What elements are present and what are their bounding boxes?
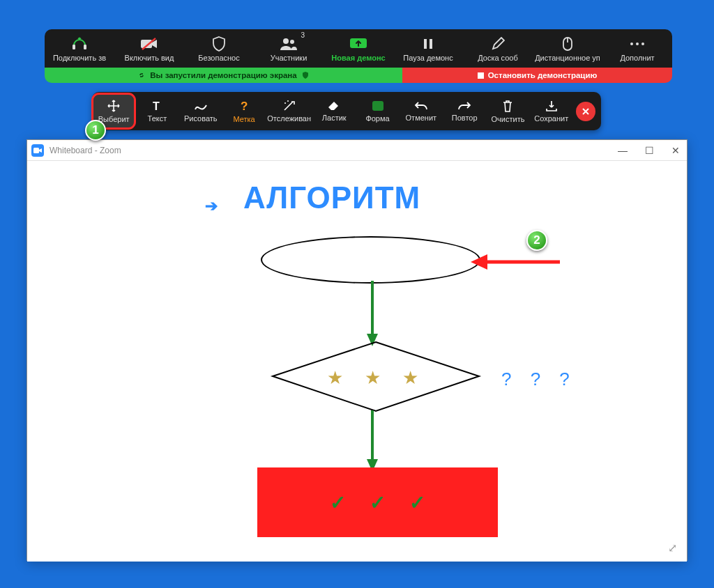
svg-text:?: ? [241, 100, 248, 113]
minimize-button[interactable]: — [616, 145, 630, 156]
flowchart-arrow-1 [365, 281, 379, 346]
join-audio-label: Подключить зв [53, 54, 106, 62]
svg-point-13 [641, 42, 644, 45]
close-annotation-button[interactable] [576, 102, 595, 121]
save-button[interactable]: Сохранит [531, 95, 572, 127]
pause-icon [422, 36, 434, 52]
flowchart-terminator[interactable] [261, 236, 480, 284]
participants-label: Участники [271, 54, 307, 62]
text-tool-label: Текст [148, 114, 167, 123]
stamp-tool-button[interactable]: ? Метка [224, 95, 264, 127]
clear-label: Очистить [492, 115, 525, 123]
join-audio-button[interactable]: Подключить зв [45, 29, 114, 68]
svg-rect-18 [372, 101, 383, 111]
question-marks: ? ? ? [501, 369, 577, 390]
new-share-label: Новая демонс [331, 54, 385, 62]
mouse-icon [562, 36, 573, 52]
svg-point-17 [287, 100, 289, 102]
svg-point-12 [636, 42, 639, 45]
question-icon: ? [238, 99, 250, 113]
flowchart-process[interactable]: ✓ ✓ ✓ [257, 467, 498, 537]
window-titlebar: Whiteboard - Zoom — ☐ ✕ [27, 140, 687, 161]
check-icon: ✓ [330, 491, 346, 514]
remote-control-label: Дистанционное уп [535, 54, 600, 62]
new-share-button[interactable]: Новая демонс [324, 29, 393, 68]
whiteboard-window: Whiteboard - Zoom — ☐ ✕ ➔ АЛГОРИТМ ★ ★ ★… [26, 139, 688, 561]
flowchart-arrow-2 [365, 410, 379, 472]
stop-icon [478, 72, 484, 79]
redo-button[interactable]: Повтор [444, 95, 485, 127]
move-icon [107, 99, 121, 113]
callout-arrow-2 [471, 252, 561, 272]
whiteboard-label: Доска сооб [478, 54, 518, 62]
check-icon: ✓ [409, 491, 425, 514]
security-button[interactable]: Безопаснос [184, 29, 254, 68]
remote-control-button[interactable]: Дистанционное уп [533, 29, 602, 68]
select-tool-label: Выберит [98, 115, 130, 123]
sharing-status-text: Вы запустили демонстрацию экрана [150, 71, 296, 79]
pause-share-button[interactable]: Пауза демонс [393, 29, 463, 68]
pause-share-label: Пауза демонс [403, 54, 453, 62]
stop-share-button[interactable]: Остановить демонстрацию [402, 68, 672, 83]
undo-button[interactable]: Отменит [401, 95, 441, 127]
svg-point-5 [290, 40, 294, 44]
svg-rect-19 [33, 148, 39, 153]
redo-label: Повтор [452, 114, 478, 122]
svg-rect-0 [73, 45, 75, 49]
draw-tool-button[interactable]: Рисовать [181, 95, 221, 127]
whiteboard-button[interactable]: Доска сооб [463, 29, 533, 68]
shield-check-icon [301, 71, 310, 79]
format-icon [371, 100, 385, 112]
share-screen-icon [349, 36, 368, 52]
share-status-bar: Вы запустили демонстрацию экрана Останов… [45, 68, 672, 83]
svg-rect-7 [424, 39, 427, 49]
decision-stars: ★ ★ ★ [327, 367, 427, 389]
title-arrow-icon: ➔ [205, 197, 218, 215]
participants-icon: 3 [280, 36, 298, 52]
more-button[interactable]: Дополнит [602, 29, 672, 68]
window-title: Whiteboard - Zoom [50, 146, 121, 155]
whiteboard-title: АЛГОРИТМ [243, 180, 420, 215]
spotlight-tool-button[interactable]: Отслеживан [267, 95, 311, 127]
maximize-button[interactable]: ☐ [642, 145, 656, 156]
close-icon [582, 107, 590, 116]
svg-rect-1 [84, 45, 86, 49]
clear-button[interactable]: Очистить [487, 95, 528, 127]
trash-icon [501, 99, 514, 113]
format-tool-label: Форма [365, 114, 389, 123]
eraser-tool-button[interactable]: Ластик [314, 95, 354, 127]
save-icon [545, 100, 559, 112]
more-icon [629, 36, 646, 52]
svg-text:T: T [153, 100, 160, 112]
draw-icon [194, 100, 208, 112]
svg-point-16 [284, 102, 286, 104]
headphones-icon [71, 36, 88, 52]
security-label: Безопаснос [198, 54, 239, 62]
format-tool-button[interactable]: Форма [357, 95, 397, 127]
zoom-logo-icon [31, 144, 44, 157]
expand-icon[interactable]: ⤢ [668, 541, 677, 555]
svg-rect-8 [430, 39, 432, 49]
stop-share-label: Остановить демонстрацию [488, 71, 598, 79]
window-controls: — ☐ ✕ [616, 145, 683, 156]
step-badge-1: 1 [85, 120, 106, 141]
more-label: Дополнит [620, 54, 654, 62]
shield-icon [212, 36, 226, 52]
save-label: Сохранит [534, 114, 568, 123]
close-window-button[interactable]: ✕ [669, 145, 683, 156]
start-video-label: Включить вид [125, 54, 174, 62]
video-off-icon [140, 36, 158, 52]
stamp-tool-label: Метка [233, 115, 255, 123]
text-tool-button[interactable]: T Текст [137, 95, 177, 127]
svg-point-4 [283, 38, 289, 44]
wand-icon [282, 100, 296, 112]
step-badge-2: 2 [526, 230, 547, 251]
start-video-button[interactable]: Включить вид [114, 29, 184, 68]
whiteboard-canvas[interactable]: ➔ АЛГОРИТМ ★ ★ ★ ? ? ? ✓ ✓ ✓ ⤢ [27, 161, 687, 562]
eraser-tool-label: Ластик [322, 114, 347, 122]
svg-point-11 [630, 42, 633, 45]
draw-tool-label: Рисовать [184, 114, 218, 123]
participants-button[interactable]: 3 Участники [254, 29, 324, 68]
zoom-main-toolbar: Подключить зв Включить вид Безопаснос 3 … [45, 29, 672, 68]
link-icon [137, 71, 146, 79]
